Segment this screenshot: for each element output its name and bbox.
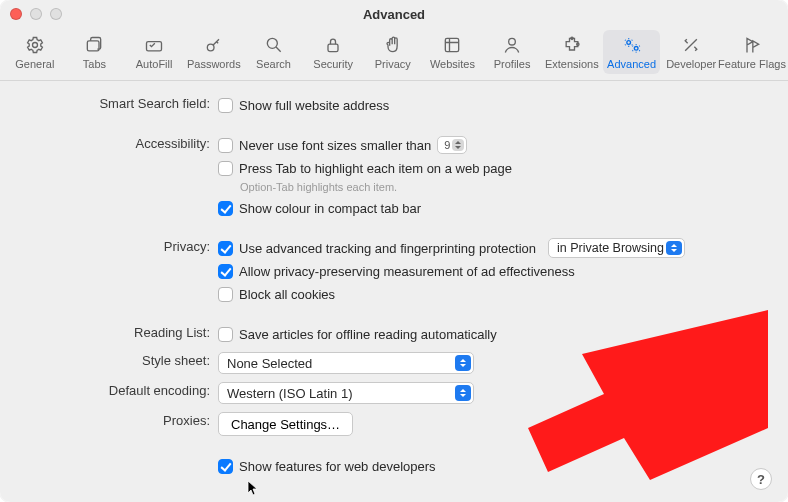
press-tab-label: Press Tab to highlight each item on a we…	[239, 161, 512, 176]
help-button[interactable]: ?	[750, 468, 772, 490]
svg-point-0	[32, 43, 37, 48]
style-sheet-select[interactable]: None Selected	[218, 352, 474, 374]
chevrons-icon	[455, 385, 471, 401]
svg-point-4	[267, 38, 277, 48]
save-offline-label: Save articles for offline reading automa…	[239, 327, 497, 342]
block-cookies-checkbox[interactable]	[218, 287, 233, 302]
svg-point-11	[634, 47, 638, 51]
toolbar-passwords[interactable]: Passwords	[185, 30, 243, 74]
window-title: Advanced	[0, 7, 788, 22]
gear-icon	[25, 34, 45, 56]
default-encoding-label: Default encoding:	[28, 382, 218, 398]
svg-point-7	[509, 38, 516, 45]
pencil-icon	[144, 34, 164, 56]
block-cookies-label: Block all cookies	[239, 287, 335, 302]
svg-rect-5	[328, 44, 338, 51]
toolbar-advanced[interactable]: Advanced	[603, 30, 661, 74]
change-proxy-settings-button[interactable]: Change Settings…	[218, 412, 353, 436]
hand-icon	[383, 34, 403, 56]
ad-measurement-checkbox[interactable]	[218, 264, 233, 279]
show-full-url-label: Show full website address	[239, 98, 389, 113]
advanced-tracking-checkbox[interactable]	[218, 241, 233, 256]
toolbar-security[interactable]: Security	[304, 30, 362, 74]
show-colour-checkbox[interactable]	[218, 201, 233, 216]
tools-icon	[681, 34, 701, 56]
key-icon	[204, 34, 224, 56]
tabs-icon	[84, 34, 104, 56]
advanced-settings-panel: Smart Search field: Show full website ad…	[0, 81, 788, 494]
toolbar-developer[interactable]: Developer	[662, 30, 720, 74]
chevrons-icon	[452, 139, 464, 151]
tracking-mode-select[interactable]: in Private Browsing	[548, 238, 685, 258]
svg-point-3	[207, 44, 214, 51]
lock-icon	[323, 34, 343, 56]
chevrons-icon	[455, 355, 471, 371]
save-offline-checkbox[interactable]	[218, 327, 233, 342]
person-icon	[502, 34, 522, 56]
toolbar-profiles[interactable]: Profiles	[483, 30, 541, 74]
toolbar-privacy[interactable]: Privacy	[364, 30, 422, 74]
privacy-label: Privacy:	[28, 238, 218, 254]
globe-grid-icon	[442, 34, 462, 56]
toolbar-search[interactable]: Search	[245, 30, 303, 74]
titlebar: Advanced	[0, 0, 788, 28]
press-tab-hint: Option-Tab highlights each item.	[240, 181, 760, 193]
reading-list-label: Reading List:	[28, 324, 218, 340]
toolbar-general[interactable]: General	[6, 30, 64, 74]
chevrons-icon	[666, 241, 682, 255]
smart-search-label: Smart Search field:	[28, 95, 218, 111]
search-icon	[264, 34, 284, 56]
preferences-toolbar: General Tabs AutoFill Passwords Search	[0, 28, 788, 81]
puzzle-icon	[562, 34, 582, 56]
svg-rect-6	[446, 38, 459, 51]
toolbar-websites[interactable]: Websites	[424, 30, 482, 74]
svg-rect-2	[147, 42, 162, 51]
toolbar-feature-flags[interactable]: Feature Flags	[722, 30, 782, 74]
svg-point-10	[626, 41, 630, 45]
show-colour-label: Show colour in compact tab bar	[239, 201, 421, 216]
style-sheet-label: Style sheet:	[28, 352, 218, 368]
preferences-window: Advanced General Tabs AutoFill Passwo	[0, 0, 788, 502]
show-dev-features-label: Show features for web developers	[239, 459, 436, 474]
svg-rect-1	[88, 41, 100, 51]
never-font-sizes-label: Never use font sizes smaller than	[239, 138, 431, 153]
show-full-url-checkbox[interactable]	[218, 98, 233, 113]
toolbar-extensions[interactable]: Extensions	[543, 30, 601, 74]
gears-icon	[621, 34, 643, 56]
toolbar-autofill[interactable]: AutoFill	[125, 30, 183, 74]
show-dev-features-checkbox[interactable]	[218, 459, 233, 474]
proxies-label: Proxies:	[28, 412, 218, 428]
default-encoding-select[interactable]: Western (ISO Latin 1)	[218, 382, 474, 404]
never-font-sizes-checkbox[interactable]	[218, 138, 233, 153]
toolbar-tabs[interactable]: Tabs	[66, 30, 124, 74]
accessibility-label: Accessibility:	[28, 135, 218, 151]
ad-measurement-label: Allow privacy-preserving measurement of …	[239, 264, 575, 279]
min-font-size-select[interactable]: 9	[437, 136, 467, 154]
advanced-tracking-label: Use advanced tracking and fingerprinting…	[239, 241, 536, 256]
press-tab-checkbox[interactable]	[218, 161, 233, 176]
flag-icon	[742, 34, 762, 56]
